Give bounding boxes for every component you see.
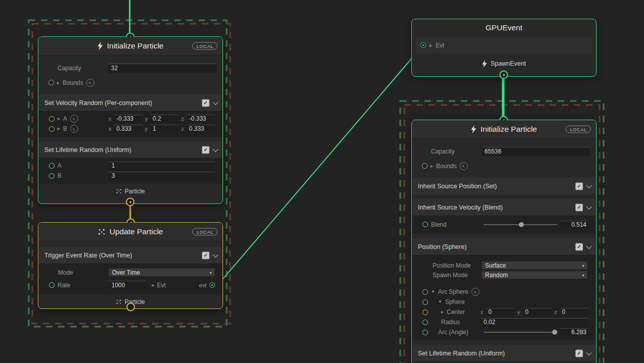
port-lifetime-b[interactable]: [49, 173, 55, 179]
bounds-port[interactable]: [422, 163, 427, 169]
port-center[interactable]: [422, 309, 428, 315]
arc-angle-slider[interactable]: [484, 329, 557, 335]
rate-field[interactable]: 1000: [109, 281, 146, 289]
local-space-icon[interactable]: L: [460, 162, 468, 170]
block-title-bar[interactable]: Inherit Source Velocity (Blend) ✓: [412, 199, 596, 216]
local-space-icon[interactable]: L: [86, 79, 94, 87]
slider-track: [484, 332, 557, 333]
center-y-field[interactable]: 0: [523, 308, 552, 316]
local-space-icon[interactable]: L: [471, 288, 479, 296]
expand-icon[interactable]: ▸: [58, 126, 60, 131]
position-mode-dropdown[interactable]: Surface ▼: [481, 261, 587, 270]
spawn-output-port[interactable]: [500, 71, 508, 79]
blend-value-field[interactable]: 0.514: [560, 221, 588, 229]
port-sphere[interactable]: [422, 299, 428, 305]
node-header[interactable]: Initialize Particle LOCAL: [412, 120, 596, 139]
node-initialize-particle-left[interactable]: Initialize Particle LOCAL Capacity 32 ▸ …: [38, 36, 223, 204]
collapse-chevron-icon[interactable]: [586, 182, 592, 188]
collapse-chevron-icon[interactable]: [212, 99, 218, 105]
port-radius[interactable]: [422, 320, 428, 325]
collapse-chevron-icon[interactable]: [586, 349, 592, 355]
block-enabled-checkbox[interactable]: ✓: [202, 99, 209, 107]
local-badge: LOCAL: [192, 228, 218, 236]
capacity-field[interactable]: 32: [108, 64, 217, 72]
block-title-bar[interactable]: Set Lifetime Random (Uniform) ✓: [39, 141, 222, 159]
block-enabled-checkbox[interactable]: ✓: [575, 349, 583, 357]
dropdown-arrow-icon: ▼: [209, 271, 212, 274]
block-title-bar[interactable]: Trigger Event Rate (Over Time) ✓: [39, 247, 222, 264]
capacity-field[interactable]: 65536: [481, 147, 590, 155]
block-enabled-checkbox[interactable]: ✓: [575, 243, 583, 250]
velocity-a-z-field[interactable]: -0.333: [187, 115, 216, 123]
velocity-b-z-field[interactable]: 0.333: [187, 125, 216, 133]
axis-y-label: y: [517, 309, 520, 315]
port-velocity-b[interactable]: [49, 126, 55, 132]
arc-sphere-row: ▼ Arc Sphere L: [412, 287, 596, 297]
block-title-bar[interactable]: Set Velocity Random (Per-component) ✓: [39, 94, 222, 112]
port-arc-angle[interactable]: [422, 330, 428, 335]
edge-evt-to-gpuevent[interactable]: [217, 46, 422, 286]
port-evt-input[interactable]: [420, 42, 426, 48]
expand-icon[interactable]: ▸: [431, 164, 433, 169]
block-title: Position (Sphere): [418, 243, 467, 250]
velocity-b-y-field[interactable]: 1: [150, 125, 179, 133]
block-enabled-checkbox[interactable]: ✓: [575, 182, 583, 190]
local-space-icon[interactable]: L: [70, 125, 78, 133]
spawn-mode-dropdown[interactable]: Random ▼: [481, 271, 587, 279]
slider-thumb[interactable]: [519, 222, 524, 227]
arc-angle-value-field[interactable]: 6.283: [560, 328, 588, 336]
row-label: B: [63, 125, 67, 132]
expand-icon: ▸: [152, 283, 154, 288]
lifetime-a-field[interactable]: 1: [109, 162, 215, 170]
vfx-graph-canvas[interactable]: Initialize Particle LOCAL Capacity 32 ▸ …: [0, 0, 644, 363]
block-enabled-checkbox[interactable]: ✓: [575, 203, 583, 211]
node-initialize-particle-right[interactable]: Initialize Particle LOCAL Capacity 65536…: [411, 120, 597, 363]
row-label: A: [58, 162, 62, 169]
arc-angle-row: Arc (Angle) 6.283: [412, 327, 596, 337]
blend-row: Blend 0.514: [412, 218, 596, 231]
block-title-bar[interactable]: Inherit Source Position (Set) ✓: [412, 178, 596, 194]
collapse-chevron-icon[interactable]: [212, 251, 218, 257]
lifetime-b-field[interactable]: 3: [109, 172, 215, 180]
node-gpu-event[interactable]: GPUEvent ▸ Evt SpawnEvent: [411, 19, 597, 77]
expand-icon[interactable]: ▸: [58, 116, 60, 121]
port-rate[interactable]: [49, 282, 55, 288]
foldout-open-icon[interactable]: ▼: [438, 300, 442, 304]
port-velocity-a[interactable]: [49, 116, 55, 122]
block-title-bar[interactable]: Set Lifetime Random (Uniform) ✓: [412, 345, 596, 362]
velocity-b-x-field[interactable]: 0.333: [114, 125, 143, 133]
collapse-chevron-icon[interactable]: [586, 243, 592, 248]
foldout-open-icon[interactable]: ▼: [431, 290, 435, 294]
velocity-a-x-field[interactable]: -0.333: [114, 115, 143, 123]
particle-output-port[interactable]: [127, 303, 135, 312]
collapse-chevron-icon[interactable]: [212, 146, 218, 151]
slider-thumb[interactable]: [552, 330, 557, 335]
particle-output-port[interactable]: [126, 198, 135, 206]
port-arc-sphere[interactable]: [422, 289, 428, 295]
port-lifetime-a[interactable]: [49, 163, 55, 169]
expand-icon[interactable]: ▸: [57, 80, 60, 85]
node-update-particle[interactable]: Update Particle LOCAL Trigger Event Rate…: [38, 222, 223, 309]
collapse-chevron-icon[interactable]: [586, 203, 592, 209]
velocity-a-y-field[interactable]: 0.2: [150, 115, 179, 123]
node-header[interactable]: Initialize Particle LOCAL: [38, 37, 223, 56]
local-badge: LOCAL: [192, 42, 218, 50]
bounds-port[interactable]: [48, 80, 54, 85]
radius-field[interactable]: 0.02: [480, 318, 588, 327]
blend-slider[interactable]: [484, 222, 557, 228]
block-enabled-checkbox[interactable]: ✓: [202, 146, 209, 153]
port-evt-output[interactable]: [209, 282, 215, 288]
center-z-field[interactable]: 0: [560, 308, 589, 316]
node-title[interactable]: GPUEvent: [412, 19, 596, 36]
mode-dropdown[interactable]: Over Time ▼: [109, 268, 215, 277]
particle-icon: [116, 299, 122, 304]
mode-row: Mode Over Time ▼: [39, 266, 222, 279]
local-space-icon[interactable]: L: [70, 115, 78, 123]
block-title-bar[interactable]: Position (Sphere) ✓: [412, 238, 596, 255]
block-enabled-checkbox[interactable]: ✓: [202, 251, 209, 259]
port-blend[interactable]: [422, 222, 428, 227]
node-header[interactable]: Update Particle LOCAL: [38, 223, 223, 241]
evt-input-label: Evt: [157, 282, 166, 289]
center-x-field[interactable]: 0: [486, 308, 515, 316]
expand-icon[interactable]: ▸: [441, 309, 444, 315]
